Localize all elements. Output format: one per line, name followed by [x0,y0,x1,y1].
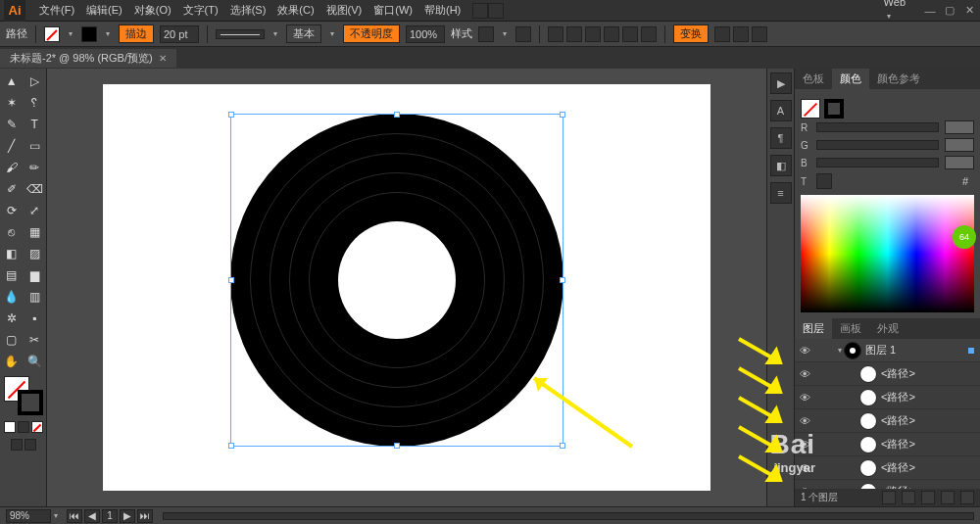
edit-clip-icon[interactable] [733,26,749,42]
style-swatch[interactable] [478,26,494,42]
layer-name[interactable]: <路径> [881,366,980,381]
layer-name[interactable]: <路径> [881,413,980,428]
none-color-icon[interactable] [816,173,832,189]
rotate-tool[interactable]: ⟳ [0,200,24,221]
visibility-toggle[interactable]: 👁 [795,392,814,404]
selection-handle[interactable] [560,277,565,283]
menu-effect[interactable]: 效果(C) [271,3,319,18]
artboard[interactable] [103,84,710,491]
blend-tool[interactable]: ▥ [24,286,47,308]
b-value[interactable] [945,156,974,169]
visibility-toggle[interactable]: 👁 [795,415,814,427]
color-spectrum[interactable] [801,195,974,312]
layer-name[interactable]: <路径> [881,437,980,452]
fill-swatch[interactable] [44,26,60,42]
color-mode-solid[interactable] [4,421,16,433]
canvas-area[interactable] [47,69,766,506]
stroke-weight-input[interactable]: 20 pt [160,25,199,43]
selection-tool[interactable]: ▲ [0,71,24,92]
chevron-down-icon[interactable]: ▾ [327,25,337,43]
align-top-icon[interactable] [604,26,619,42]
zoom-tool[interactable]: 🔍 [24,351,47,372]
menu-window[interactable]: 窗口(W) [368,3,418,18]
play-panel-icon[interactable]: ▶ [770,72,792,94]
align-hcenter-icon[interactable] [566,26,582,42]
layer-row[interactable]: 👁<路径> [795,456,980,480]
layer-name[interactable]: <路径> [881,460,980,475]
tab-appearance[interactable]: 外观 [869,318,906,339]
delete-layer-icon[interactable] [960,491,974,504]
align-left-icon[interactable] [548,26,564,42]
b-slider[interactable] [816,158,939,167]
maximize-icon[interactable]: ▢ [943,4,956,18]
pencil-tool[interactable]: ✏ [24,157,47,178]
blob-brush-tool[interactable]: ✐ [0,178,24,200]
visibility-toggle[interactable]: 👁 [795,462,814,474]
layer-row[interactable]: 👁<路径> [795,433,980,456]
workspace-switcher[interactable]: Web ▾ [878,0,911,25]
layer-name[interactable]: 图层 1 [865,343,968,357]
visibility-toggle[interactable]: 👁 [795,368,814,380]
edit-mask-icon[interactable] [752,26,767,42]
paintbrush-tool[interactable]: 🖌 [0,157,24,178]
scroll-scrub[interactable] [163,512,974,520]
visibility-toggle[interactable]: 👁 [795,439,814,451]
layer-row[interactable]: 👁<路径> [795,362,980,386]
selection-handle[interactable] [560,112,565,118]
hand-tool[interactable]: ✋ [0,351,24,372]
selection-bounds[interactable] [230,114,564,447]
align-bottom-icon[interactable] [641,26,657,42]
selection-indicator[interactable] [968,348,974,354]
stroke-panel-icon[interactable]: ≡ [770,182,792,204]
close-icon[interactable]: ✕ [962,4,976,18]
layer-row[interactable]: 👁<路径> [795,409,980,433]
transform-button[interactable]: 变换 [673,24,709,43]
doc-setup-icon[interactable] [472,3,488,19]
prev-artboard-icon[interactable]: ◀ [84,509,100,523]
screen-mode-normal[interactable] [11,439,23,451]
brush-profile-label[interactable]: 基本 [286,24,321,43]
align-vcenter-icon[interactable] [622,26,638,42]
menu-help[interactable]: 帮助(H) [418,3,466,18]
layer-list[interactable]: 👁 ▾ 图层 1 👁<路径> 👁<路径> 👁<路径> 👁<路径> 👁<路径> 👁… [795,339,980,489]
character-panel-icon[interactable]: A [770,100,792,121]
selection-handle[interactable] [228,277,234,283]
fill-stroke-control[interactable] [4,376,43,415]
color-fill-swatch[interactable] [801,99,820,119]
mesh-tool[interactable]: ▤ [0,264,24,286]
visibility-toggle[interactable]: 👁 [795,345,814,357]
chevron-down-icon[interactable]: ▾ [500,25,510,43]
stroke-label-button[interactable]: 描边 [119,24,154,43]
eraser-tool[interactable]: ⌫ [24,178,47,200]
magic-wand-tool[interactable]: ✶ [0,92,24,114]
align-right-icon[interactable] [585,26,601,42]
minimize-icon[interactable]: — [923,4,937,18]
g-slider[interactable] [816,140,939,150]
artboard-number[interactable]: 1 [102,509,118,523]
selection-handle[interactable] [560,443,565,449]
first-artboard-icon[interactable]: ⏮ [67,509,82,523]
screen-mode-full[interactable] [24,439,36,451]
color-mode-gradient[interactable] [18,421,29,433]
tab-swatches[interactable]: 色板 [795,69,832,89]
selection-handle[interactable] [228,443,234,449]
opacity-input[interactable]: 100% [406,25,445,43]
direct-selection-tool[interactable]: ▷ [24,71,47,92]
next-artboard-icon[interactable]: ▶ [120,509,135,523]
transform-panel-icon[interactable]: ◧ [770,155,792,176]
r-value[interactable] [945,120,974,134]
tab-layers[interactable]: 图层 [795,318,832,339]
scale-tool[interactable]: ⤢ [24,200,47,221]
color-stroke-swatch[interactable] [824,99,844,119]
menu-view[interactable]: 视图(V) [320,3,368,18]
locate-object-icon[interactable] [882,491,896,504]
zoom-input[interactable]: 98% [6,509,51,523]
document-tab[interactable]: 未标题-2* @ 98% (RGB/预览) ✕ [0,49,176,68]
slice-tool[interactable]: ✂ [24,329,47,351]
chevron-down-icon[interactable]: ▾ [103,25,113,43]
gradient-tool[interactable]: ▆ [24,264,47,286]
selection-handle[interactable] [394,112,400,118]
perspective-tool[interactable]: ▨ [24,243,47,264]
paragraph-panel-icon[interactable]: ¶ [770,127,792,149]
recolor-icon[interactable] [515,26,531,42]
